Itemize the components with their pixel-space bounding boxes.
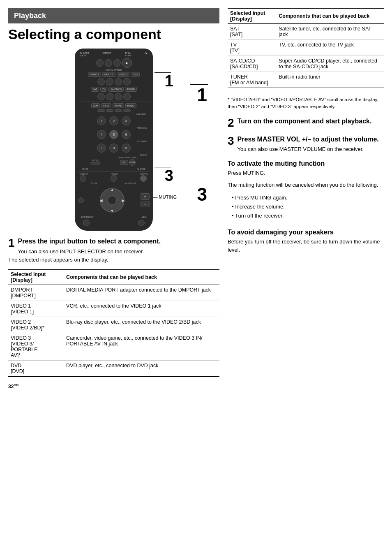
- remote-sacd: [115, 93, 122, 100]
- display-label: ◦DISPLAY: [80, 173, 88, 175]
- table-cell-desc: VCR, etc., connected to the VIDEO 1 jack: [64, 301, 219, 317]
- dpad-left-outer: [78, 197, 84, 203]
- btn-8: 8: [109, 144, 118, 153]
- afd-oval: [106, 109, 113, 112]
- enter-btn: ENTER: [129, 159, 136, 166]
- clear-label: CLEAR: [82, 168, 88, 170]
- remote-v2: [106, 78, 113, 86]
- table-row: VIDEO 3 [VIDEO 3/ PORTABLE AV]* Camcorde…: [8, 333, 219, 361]
- callout-line-top-3: [190, 184, 208, 184]
- btn-1: 1: [97, 116, 106, 125]
- right-table-col2-header: Components that can be played back: [276, 9, 384, 24]
- dpad-right-arrow: ▶: [122, 198, 125, 203]
- table-cell-desc: Camcorder, video game, etc., connected t…: [64, 333, 219, 361]
- tools-label: ◦TOOLS: [111, 173, 118, 175]
- right-table-col1-header: Selected input [Display]: [228, 9, 276, 24]
- table-cell-input: DVD [DVD]: [8, 361, 64, 377]
- more10-btn: [90, 162, 100, 164]
- remote-tvpower-btn: [113, 59, 121, 67]
- remote-dvd: [123, 78, 131, 86]
- vol-minus-btn: −: [141, 201, 150, 207]
- step-2: 2 Turn on the component and start playba…: [228, 117, 384, 129]
- tv-btn: TV: [100, 87, 107, 92]
- remote-sat: [97, 93, 105, 100]
- remote-v1: [97, 78, 105, 86]
- memory-label: MEMORY DVD MENU: [118, 157, 137, 159]
- right-table-cell-desc: Super Audio CD/CD player, etc., connecte…: [276, 56, 384, 72]
- return-btn: [83, 220, 90, 226]
- right-table-cell-desc: Satellite tuner, etc. connected to the S…: [276, 24, 384, 40]
- music-btn: MUSIC: [125, 103, 137, 108]
- table-cell-desc: DVD player, etc., connected to DVD jack: [64, 361, 219, 377]
- table-cell-input: VIDEO 1 [VIDEO 1]: [8, 301, 64, 317]
- dpad: ▲ ▼ ◀ ▶: [98, 186, 127, 215]
- zero10-btn: 0/10: [120, 160, 128, 165]
- display-btn: [80, 175, 86, 182]
- d-skip-label: D.SKIP: [141, 154, 147, 156]
- table-row: DMPORT [DMPORT] DIGITAL MEDIA PORT adapt…: [8, 285, 219, 301]
- step-3: 3 Press MASTER VOL +/– to adjust the vol…: [228, 135, 384, 153]
- table-row: VIDEO 2 [VIDEO 2/BD]* Blu-ray disc playe…: [8, 317, 219, 333]
- system-standby-label: SYSTEM STANDBY: [78, 69, 150, 71]
- table-cell-input: VIDEO 3 [VIDEO 3/ PORTABLE AV]*: [8, 333, 64, 361]
- tv-power-label: TV I/►AV I/►: [125, 52, 131, 57]
- btn-6: 6: [122, 130, 131, 139]
- remote-tv: [106, 93, 113, 100]
- ch2-oval: [97, 109, 105, 112]
- sat-btn: SAT: [91, 87, 99, 92]
- right-table-cell-input: TUNER [FM or AM band]: [228, 72, 276, 88]
- right-table-cell-desc: Built-in radio tuner: [276, 72, 384, 88]
- auto-cal-label: AUTO CAL: [137, 127, 147, 129]
- step1-number: 1: [8, 237, 15, 249]
- callout-number-3: 3: [197, 184, 207, 205]
- left-components-table: Selected input [Display] Components that…: [8, 269, 219, 377]
- btn-4: 4: [97, 130, 106, 139]
- table-cell-desc: DIGITAL MEDIA PORT adapter connected to …: [64, 285, 219, 301]
- muting-body1: Press MUTING.: [228, 169, 384, 177]
- remote-sleep-btn: [96, 59, 104, 67]
- page-title: Selecting a component: [8, 27, 219, 42]
- callout-1: 1: [165, 73, 173, 89]
- tools-btn: [111, 175, 117, 182]
- music-oval: [123, 109, 131, 112]
- dpad-left-arrow: ◀: [99, 198, 103, 203]
- tv-input-label: TV INPUTSLEEP: [80, 52, 89, 57]
- right-table-cell-desc: TV, etc. connected to the TV jack: [276, 40, 384, 56]
- left-table-col2-header: Components that can be played back: [64, 270, 219, 285]
- left-table-col1-header: Selected input [Display]: [8, 270, 64, 285]
- step1-title: Press the input button to select a compo…: [8, 237, 219, 246]
- muting-section-title: To activate the muting function: [228, 160, 384, 167]
- btn-5: 5: [109, 130, 118, 139]
- remote-v3: [115, 78, 122, 86]
- movie-btn: MOVIE: [113, 103, 124, 108]
- return-exit-label: ◦RETURN/EXIT: [81, 216, 94, 218]
- master-vol-label: MASTER VOL: [125, 183, 136, 185]
- power-label: I/►: [145, 52, 148, 54]
- btn-9: 9: [122, 144, 131, 153]
- bullet-item: Increase the volume.: [232, 202, 384, 211]
- step2-number: 2: [228, 117, 234, 129]
- vol-buttons: + −: [141, 193, 150, 207]
- step2-title: Turn on the component and start playback…: [228, 117, 384, 126]
- remote-tuner: [123, 93, 131, 100]
- table-cell-input: VIDEO 2 [VIDEO 2/BD]*: [8, 317, 64, 333]
- tuner-btn: TUNER: [125, 87, 137, 92]
- afd-btn: A.F.D.: [101, 103, 111, 108]
- right-components-table: Selected input [Display] Components that…: [228, 9, 384, 88]
- right-table-container: Selected input [Display] Components that…: [228, 8, 384, 88]
- remote-dmport-btn: [105, 59, 112, 67]
- fm-mode-label: FM MODE: [137, 168, 145, 170]
- bullet-item: Turn off the receiver.: [232, 211, 384, 220]
- step1-body1: You can also use INPUT SELECTOR on the r…: [8, 248, 219, 256]
- step3-body: You can also use MASTER VOLUME on the re…: [228, 145, 384, 153]
- table-row: TUNER [FM or AM band] Built-in radio tun…: [228, 72, 384, 88]
- movie-oval: [115, 109, 122, 112]
- table-row: SA-CD/CD [SA-CD/CD] Super Audio CD/CD pl…: [228, 56, 384, 72]
- amp-menu-label: AMP MENU: [136, 113, 147, 116]
- step1-body2: The selected input appears on the displa…: [8, 256, 219, 264]
- right-table-cell-input: SA-CD/CD [SA-CD/CD]: [228, 56, 276, 72]
- speakers-section-title: To avoid damaging your speakers: [228, 229, 384, 236]
- dpad-down-arrow: ▼: [110, 208, 114, 213]
- step-1: 1 Press the input button to select a com…: [8, 237, 219, 264]
- 2ch-btn: 2CH: [91, 103, 100, 108]
